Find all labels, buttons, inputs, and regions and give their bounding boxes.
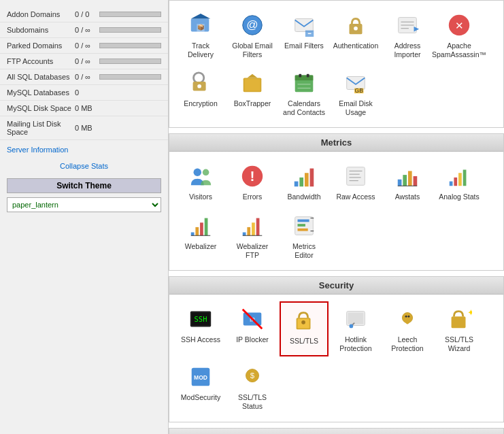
stat-label: Parked Domains: [7, 41, 75, 50]
icon-image: [394, 163, 421, 190]
svg-point-10: [354, 27, 358, 31]
stat-label: All SQL Databases: [7, 73, 75, 81]
svg-rect-51: [454, 178, 457, 186]
icon-item-ssh-access[interactable]: SSH SSH Access: [176, 301, 225, 356]
svg-rect-39: [310, 169, 314, 187]
icon-image: [290, 12, 318, 39]
icon-item-ssl-tls-wizard[interactable]: ✦ SSL/TLS Wizard: [435, 301, 484, 356]
icon-item-global-email-filters[interactable]: @ Global Email Filters: [228, 7, 277, 63]
svg-rect-59: [243, 232, 246, 235]
stat-bar: [99, 74, 161, 80]
icon-item-metrics-editor[interactable]: Metrics Editor: [280, 208, 329, 263]
icon-image: [342, 163, 369, 190]
icon-item-authentication[interactable]: Authentication: [331, 7, 380, 63]
icon-label: Awstats: [395, 193, 420, 201]
stat-label: Addon Domains: [7, 10, 75, 18]
svg-rect-65: [298, 219, 309, 222]
icon-label: Webalizer: [185, 242, 217, 251]
icon-label: Authentication: [333, 41, 379, 50]
icon-item-encryption[interactable]: Encryption: [176, 65, 225, 120]
icon-label: BoxTrapper: [234, 99, 271, 108]
icon-image: [446, 163, 473, 190]
icon-image: [187, 212, 214, 239]
icon-item-boxtrapper[interactable]: BoxTrapper: [228, 65, 277, 120]
icon-item-raw-access[interactable]: Raw Access: [331, 158, 380, 205]
svg-text:!: !: [250, 168, 255, 184]
icon-label: Email Filters: [284, 41, 324, 50]
icon-label: Hotlink Protection: [334, 335, 377, 352]
icon-image: [239, 69, 266, 97]
icon-item-calendars-and-contacts[interactable]: Calendars and Contacts: [280, 65, 329, 120]
svg-point-82: [350, 324, 354, 329]
icon-item-analog-stats[interactable]: Analog Stats: [435, 158, 484, 205]
sidebar: Addon Domains 0 / 0 Subdomains 0 / ∞ Par…: [0, 0, 169, 434]
icon-item-leech-protection[interactable]: Leech Protection: [383, 301, 432, 356]
icon-label: SSL/TLS Status: [231, 393, 274, 410]
icon-image: [239, 212, 266, 239]
svg-rect-56: [200, 222, 203, 235]
icon-item-track-delivery[interactable]: 📦 Track Delivery: [176, 7, 225, 63]
svg-rect-66: [298, 224, 305, 227]
collapse-stats-button[interactable]: Collapse Stats: [0, 159, 168, 173]
icon-label: SSH Access: [181, 335, 220, 344]
icon-image: !: [239, 163, 266, 190]
svg-text:MOD: MOD: [194, 374, 207, 381]
stat-row: Addon Domains 0 / 0: [0, 7, 168, 22]
icon-image: $: [239, 363, 266, 390]
svg-rect-47: [408, 171, 412, 186]
icon-item-ssl-tls[interactable]: SSL/TLS: [280, 301, 329, 356]
theme-selector[interactable]: paper_lantern x3 x: [7, 197, 161, 212]
stat-bar: [99, 59, 161, 64]
svg-rect-62: [256, 218, 260, 236]
stat-row: Mailing List Disk Space 0 MB: [0, 116, 168, 140]
icon-label: Leech Protection: [386, 335, 429, 352]
icon-item-apache-spamassassin-[interactable]: ✕ Apache SpamAssassin™: [435, 7, 484, 63]
icon-label: IP Blocker: [236, 335, 269, 344]
svg-rect-61: [252, 222, 255, 235]
svg-rect-67: [298, 229, 308, 231]
icon-image: [290, 163, 318, 190]
icon-item-address-importer[interactable]: Address Importer: [383, 7, 432, 63]
icon-image: IP: [239, 305, 266, 333]
icon-item-webalizer[interactable]: Webalizer: [176, 208, 225, 263]
stat-row: FTP Accounts 0 / ∞: [0, 54, 168, 69]
icon-image: [290, 69, 318, 97]
icon-item-email-filters[interactable]: Email Filters: [280, 7, 329, 63]
stat-label: MySQL Databases: [7, 88, 75, 97]
svg-marker-1: [191, 14, 211, 19]
server-info-link[interactable]: Server Information: [0, 140, 168, 159]
stat-label: Mailing List Disk Space: [7, 120, 75, 136]
icon-item-bandwidth[interactable]: Bandwidth: [280, 158, 329, 205]
svg-rect-24: [295, 76, 314, 81]
metrics-icon-grid: Visitors ! Errors Bandwidth Raw Access A…: [169, 152, 503, 270]
icon-item-visitors[interactable]: Visitors: [176, 158, 225, 205]
stat-row: All SQL Databases 0 / ∞: [0, 69, 168, 85]
icon-item-modsecurity[interactable]: MOD ModSecurity: [176, 359, 225, 414]
icon-label: SSL/TLS Wizard: [437, 335, 481, 352]
stat-row: MySQL Databases 0: [0, 85, 168, 101]
icon-label: ModSecurity: [181, 393, 220, 402]
svg-point-32: [194, 169, 201, 176]
icon-item-ssl-tls-status[interactable]: $ SSL/TLS Status: [228, 359, 277, 414]
icon-item-hotlink-protection[interactable]: Hotlink Protection: [331, 301, 380, 356]
svg-rect-45: [398, 180, 402, 186]
svg-text:✕: ✕: [455, 20, 464, 31]
icon-item-ip-blocker[interactable]: IP IP Blocker: [228, 301, 277, 356]
icon-label: Analog Stats: [439, 193, 480, 201]
icon-item-email-disk-usage[interactable]: GB Email Disk Usage: [331, 65, 380, 120]
icon-image: [187, 163, 214, 190]
icon-item-awstats[interactable]: Awstats: [383, 158, 432, 205]
stat-value: 0 / ∞: [75, 41, 95, 50]
icon-label: Track Delivery: [179, 41, 222, 59]
stat-row: Parked Domains 0 / ∞: [0, 38, 168, 54]
icon-item-errors[interactable]: ! Errors: [228, 158, 277, 205]
svg-rect-37: [299, 178, 303, 186]
stat-label: Subdomains: [7, 26, 75, 34]
icon-item-webalizer-ftp[interactable]: Webalizer FTP: [228, 208, 277, 263]
svg-rect-6: [295, 19, 314, 32]
svg-point-84: [405, 316, 407, 318]
svg-text:GB: GB: [355, 87, 364, 94]
svg-rect-55: [195, 227, 199, 235]
icon-label: Webalizer FTP: [231, 242, 274, 259]
svg-rect-53: [463, 170, 467, 186]
